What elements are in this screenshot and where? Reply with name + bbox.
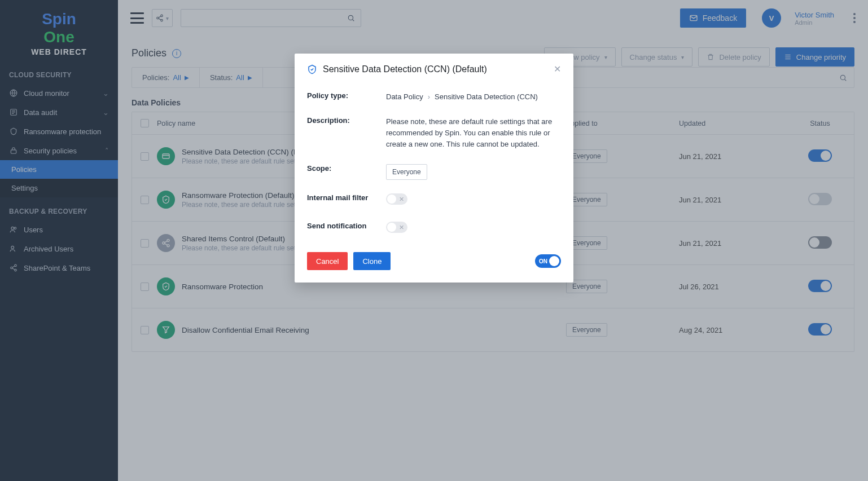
toggle-label: ON [539,258,547,264]
description-value: Please note, these are default rule sett… [386,116,561,150]
policy-modal: Sensitive Data Detection (CCN) (Default)… [295,54,573,283]
cancel-button[interactable]: Cancel [307,252,348,270]
clone-button[interactable]: Clone [353,252,391,270]
close-icon[interactable]: ✕ [554,64,561,74]
crumb-2: Sensitive Data Detection (CCN) [435,91,538,103]
mail-filter-toggle[interactable]: ✕ [386,193,407,205]
label-notification: Send notification [307,222,386,236]
label-mail-filter: Internal mail filter [307,193,386,208]
notification-toggle[interactable]: ✕ [386,222,407,233]
label-description: Description: [307,116,386,150]
label-policy-type: Policy type: [307,91,386,103]
status-toggle[interactable]: ON [535,254,561,268]
btn-label: Cancel [316,257,339,266]
label-scope: Scope: [307,164,386,180]
btn-label: Clone [362,257,382,266]
policy-type-value: Data Policy › Sensitive Data Detection (… [386,91,561,103]
chevron-right-icon: › [428,91,430,103]
crumb-1: Data Policy [386,91,423,103]
scope-tag: Everyone [386,164,427,180]
shield-icon [307,64,317,74]
modal-title: Sensitive Data Detection (CCN) (Default) [323,64,487,74]
